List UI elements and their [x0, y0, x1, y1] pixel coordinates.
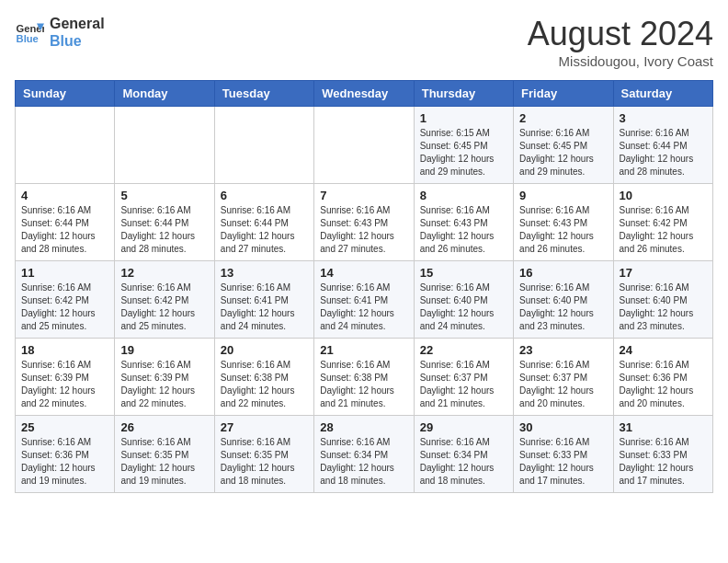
calendar-cell: 27Sunrise: 6:16 AM Sunset: 6:35 PM Dayli…	[214, 416, 313, 493]
calendar-cell: 21Sunrise: 6:16 AM Sunset: 6:38 PM Dayli…	[314, 339, 414, 416]
calendar-cell: 16Sunrise: 6:16 AM Sunset: 6:40 PM Dayli…	[514, 261, 613, 339]
day-info: Sunrise: 6:16 AM Sunset: 6:36 PM Dayligh…	[620, 359, 707, 410]
calendar-cell: 28Sunrise: 6:16 AM Sunset: 6:34 PM Dayli…	[314, 416, 414, 493]
day-number: 3	[620, 111, 707, 125]
calendar-cell	[115, 107, 214, 184]
day-number: 13	[221, 266, 308, 280]
day-info: Sunrise: 6:16 AM Sunset: 6:34 PM Dayligh…	[420, 436, 507, 488]
day-number: 10	[620, 189, 707, 202]
day-info: Sunrise: 6:16 AM Sunset: 6:35 PM Dayligh…	[120, 436, 208, 488]
calendar-table: SundayMondayTuesdayWednesdayThursdayFrid…	[15, 80, 713, 493]
day-info: Sunrise: 6:16 AM Sunset: 6:44 PM Dayligh…	[221, 204, 308, 256]
calendar-cell: 2Sunrise: 6:16 AM Sunset: 6:45 PM Daylig…	[514, 107, 613, 184]
day-info: Sunrise: 6:16 AM Sunset: 6:44 PM Dayligh…	[120, 204, 208, 256]
calendar-cell: 4Sunrise: 6:16 AM Sunset: 6:44 PM Daylig…	[16, 184, 115, 261]
day-info: Sunrise: 6:16 AM Sunset: 6:42 PM Dayligh…	[120, 282, 208, 333]
day-info: Sunrise: 6:16 AM Sunset: 6:42 PM Dayligh…	[21, 282, 108, 333]
day-info: Sunrise: 6:16 AM Sunset: 6:44 PM Dayligh…	[620, 127, 707, 178]
calendar-cell: 6Sunrise: 6:16 AM Sunset: 6:44 PM Daylig…	[214, 184, 313, 261]
day-info: Sunrise: 6:15 AM Sunset: 6:45 PM Dayligh…	[420, 127, 507, 178]
day-number: 26	[120, 420, 208, 434]
calendar-cell: 25Sunrise: 6:16 AM Sunset: 6:36 PM Dayli…	[16, 416, 115, 493]
day-number: 27	[221, 420, 308, 434]
day-number: 29	[420, 420, 507, 434]
day-number: 11	[21, 266, 108, 280]
day-info: Sunrise: 6:16 AM Sunset: 6:43 PM Dayligh…	[420, 204, 507, 256]
calendar-cell: 22Sunrise: 6:16 AM Sunset: 6:37 PM Dayli…	[414, 339, 513, 416]
day-info: Sunrise: 6:16 AM Sunset: 6:42 PM Dayligh…	[620, 204, 707, 256]
day-number: 20	[221, 343, 308, 357]
day-info: Sunrise: 6:16 AM Sunset: 6:38 PM Dayligh…	[320, 359, 407, 410]
weekday-header-cell: Saturday	[613, 81, 712, 107]
day-number: 23	[519, 343, 607, 357]
day-info: Sunrise: 6:16 AM Sunset: 6:40 PM Dayligh…	[420, 282, 507, 333]
day-info: Sunrise: 6:16 AM Sunset: 6:38 PM Dayligh…	[221, 359, 308, 410]
svg-text:Blue: Blue	[17, 33, 39, 44]
day-info: Sunrise: 6:16 AM Sunset: 6:43 PM Dayligh…	[320, 204, 407, 256]
logo: General Blue General Blue	[15, 15, 105, 50]
weekday-header-cell: Thursday	[414, 81, 513, 107]
calendar-cell: 26Sunrise: 6:16 AM Sunset: 6:35 PM Dayli…	[115, 416, 214, 493]
day-info: Sunrise: 6:16 AM Sunset: 6:39 PM Dayligh…	[120, 359, 208, 410]
calendar-cell: 31Sunrise: 6:16 AM Sunset: 6:33 PM Dayli…	[613, 416, 712, 493]
calendar-cell: 13Sunrise: 6:16 AM Sunset: 6:41 PM Dayli…	[214, 261, 313, 339]
day-number: 1	[420, 111, 507, 125]
day-number: 19	[120, 343, 208, 357]
day-number: 15	[420, 266, 507, 280]
calendar-week-row: 18Sunrise: 6:16 AM Sunset: 6:39 PM Dayli…	[16, 339, 713, 416]
day-info: Sunrise: 6:16 AM Sunset: 6:34 PM Dayligh…	[320, 436, 407, 488]
calendar-cell: 29Sunrise: 6:16 AM Sunset: 6:34 PM Dayli…	[414, 416, 513, 493]
weekday-header-cell: Monday	[115, 81, 214, 107]
day-info: Sunrise: 6:16 AM Sunset: 6:37 PM Dayligh…	[420, 359, 507, 410]
calendar-cell: 8Sunrise: 6:16 AM Sunset: 6:43 PM Daylig…	[414, 184, 513, 261]
calendar-cell: 17Sunrise: 6:16 AM Sunset: 6:40 PM Dayli…	[613, 261, 712, 339]
calendar-cell: 23Sunrise: 6:16 AM Sunset: 6:37 PM Dayli…	[514, 339, 613, 416]
day-info: Sunrise: 6:16 AM Sunset: 6:43 PM Dayligh…	[519, 204, 607, 256]
calendar-cell	[214, 107, 313, 184]
day-number: 24	[620, 343, 707, 357]
logo-icon: General Blue	[15, 17, 44, 47]
calendar-cell: 5Sunrise: 6:16 AM Sunset: 6:44 PM Daylig…	[115, 184, 214, 261]
day-number: 18	[21, 343, 108, 357]
day-number: 28	[320, 420, 407, 434]
weekday-header-cell: Tuesday	[214, 81, 313, 107]
day-number: 9	[519, 189, 607, 202]
day-info: Sunrise: 6:16 AM Sunset: 6:40 PM Dayligh…	[620, 282, 707, 333]
calendar-cell: 3Sunrise: 6:16 AM Sunset: 6:44 PM Daylig…	[613, 107, 712, 184]
weekday-header-cell: Sunday	[16, 81, 115, 107]
day-info: Sunrise: 6:16 AM Sunset: 6:40 PM Dayligh…	[519, 282, 607, 333]
month-title: August 2024	[528, 15, 713, 53]
page-header: General Blue General Blue August 2024 Mi…	[15, 15, 713, 69]
day-number: 14	[320, 266, 407, 280]
calendar-cell: 7Sunrise: 6:16 AM Sunset: 6:43 PM Daylig…	[314, 184, 414, 261]
calendar-cell	[314, 107, 414, 184]
day-number: 4	[21, 189, 108, 202]
day-number: 17	[620, 266, 707, 280]
day-number: 22	[420, 343, 507, 357]
calendar-body: 1Sunrise: 6:15 AM Sunset: 6:45 PM Daylig…	[16, 107, 713, 493]
calendar-cell: 20Sunrise: 6:16 AM Sunset: 6:38 PM Dayli…	[214, 339, 313, 416]
day-info: Sunrise: 6:16 AM Sunset: 6:41 PM Dayligh…	[221, 282, 308, 333]
day-number: 2	[519, 111, 607, 125]
day-info: Sunrise: 6:16 AM Sunset: 6:37 PM Dayligh…	[519, 359, 607, 410]
day-info: Sunrise: 6:16 AM Sunset: 6:33 PM Dayligh…	[620, 436, 707, 488]
day-number: 7	[320, 189, 407, 202]
day-info: Sunrise: 6:16 AM Sunset: 6:41 PM Dayligh…	[320, 282, 407, 333]
day-number: 16	[519, 266, 607, 280]
calendar-cell: 12Sunrise: 6:16 AM Sunset: 6:42 PM Dayli…	[115, 261, 214, 339]
calendar-cell: 14Sunrise: 6:16 AM Sunset: 6:41 PM Dayli…	[314, 261, 414, 339]
day-info: Sunrise: 6:16 AM Sunset: 6:35 PM Dayligh…	[221, 436, 308, 488]
day-number: 21	[320, 343, 407, 357]
calendar-cell: 15Sunrise: 6:16 AM Sunset: 6:40 PM Dayli…	[414, 261, 513, 339]
day-info: Sunrise: 6:16 AM Sunset: 6:33 PM Dayligh…	[519, 436, 607, 488]
weekday-header-cell: Wednesday	[314, 81, 414, 107]
weekday-header-row: SundayMondayTuesdayWednesdayThursdayFrid…	[16, 81, 713, 107]
calendar-cell: 11Sunrise: 6:16 AM Sunset: 6:42 PM Dayli…	[16, 261, 115, 339]
calendar-cell: 19Sunrise: 6:16 AM Sunset: 6:39 PM Dayli…	[115, 339, 214, 416]
day-number: 12	[120, 266, 208, 280]
calendar-cell: 9Sunrise: 6:16 AM Sunset: 6:43 PM Daylig…	[514, 184, 613, 261]
location-subtitle: Missidougou, Ivory Coast	[528, 53, 713, 69]
day-number: 25	[21, 420, 108, 434]
calendar-cell: 1Sunrise: 6:15 AM Sunset: 6:45 PM Daylig…	[414, 107, 513, 184]
day-number: 5	[120, 189, 208, 202]
